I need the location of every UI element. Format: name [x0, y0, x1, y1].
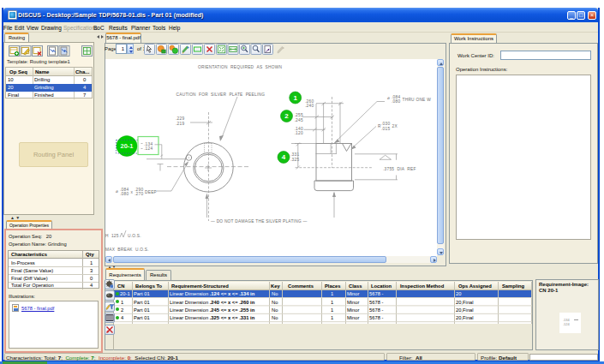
svg-text:DEEP: DEEP: [145, 190, 157, 194]
svg-text:.084: .084: [120, 188, 129, 192]
svg-text:THRU ONE W: THRU ONE W: [403, 98, 432, 102]
svg-text:.080: .080: [120, 192, 129, 196]
svg-text:⌀: ⌀: [116, 189, 118, 194]
svg-text:MAX BREAK U.O.S.: MAX BREAK U.O.S.: [105, 248, 149, 252]
svg-text:— DO NOT DAMAGE THE SILVER PLA: — DO NOT DAMAGE THE SILVER PLATING —: [211, 219, 308, 224]
svg-text:H 125: H 125: [105, 234, 119, 238]
svg-text:.120: .120: [295, 131, 303, 135]
svg-text:1: 1: [293, 94, 297, 102]
svg-text:.240: .240: [305, 104, 314, 108]
svg-text:.080: .080: [392, 99, 400, 104]
svg-text:ORIENTATION REQUIRED AS SHO: ORIENTATION REQUIRED AS SHOWN: [198, 65, 282, 69]
svg-text:.140: .140: [295, 127, 303, 131]
svg-text:20-1: 20-1: [120, 142, 133, 150]
svg-text:4: 4: [282, 153, 286, 161]
svg-text:.270: .270: [135, 192, 143, 196]
svg-text:2X: 2X: [392, 124, 398, 128]
svg-text:.290: .290: [135, 188, 143, 192]
svg-text:.124: .124: [144, 146, 152, 151]
svg-text:.219: .219: [176, 122, 184, 126]
svg-text:.015: .015: [381, 127, 390, 131]
svg-text:.134: .134: [144, 142, 152, 146]
svg-text:.229: .229: [176, 116, 184, 121]
svg-text:.245: .245: [295, 118, 303, 122]
svg-text:.030: .030: [381, 122, 390, 126]
svg-text:.260: .260: [305, 99, 314, 104]
svg-text:.3755 DIA REF: .3755 DIA REF: [383, 167, 416, 171]
svg-text:U.O.S.: U.O.S.: [128, 234, 141, 238]
svg-text:x: x: [131, 190, 134, 194]
svg-text:CAUTION FOR SILVER PLATE P: CAUTION FOR SILVER PLATE PEELING: [176, 92, 266, 97]
svg-text:⌀: ⌀: [387, 96, 390, 100]
svg-text:.255: .255: [295, 113, 303, 117]
svg-text:2: 2: [284, 112, 289, 120]
svg-text:.084: .084: [392, 95, 400, 99]
